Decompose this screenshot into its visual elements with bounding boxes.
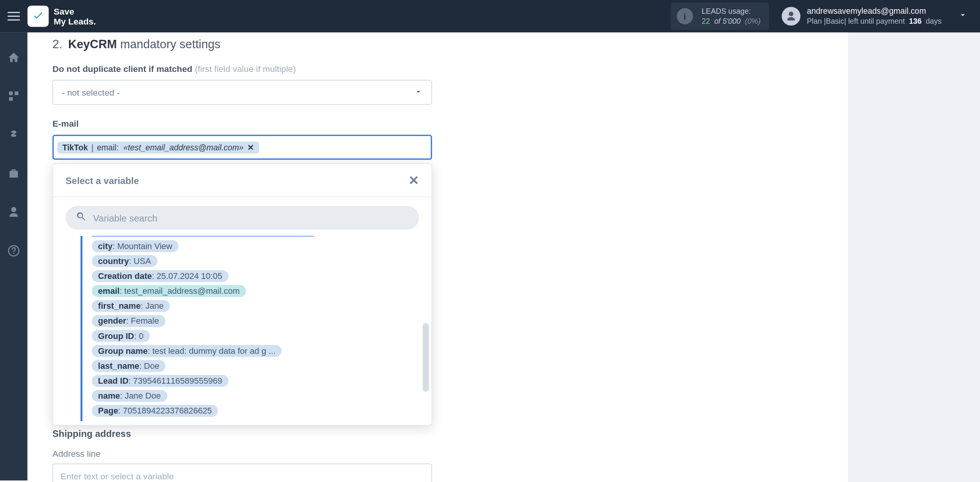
variable-option[interactable]: Group ID: 0: [92, 330, 150, 342]
close-icon[interactable]: ✕: [408, 173, 419, 188]
menu-toggle-button[interactable]: [6, 9, 21, 24]
variable-option[interactable]: name: Jane Doe: [92, 390, 167, 402]
chevron-down-icon[interactable]: [958, 10, 968, 23]
topbar: Save My Leads. i LEADS usage: 22 of 5'00…: [0, 0, 980, 33]
svg-rect-2: [9, 97, 13, 101]
variable-search-input[interactable]: [65, 206, 419, 230]
sidebar-help[interactable]: [0, 238, 28, 263]
avatar-icon: [782, 7, 800, 26]
logo-icon: [28, 6, 49, 27]
dedupe-value: - not selected -: [62, 87, 119, 97]
variable-option[interactable]: city: Mountain View: [92, 240, 179, 252]
sidebar-billing[interactable]: [0, 122, 28, 147]
sidebar-account[interactable]: [0, 200, 28, 225]
chip-remove-icon[interactable]: ✕: [247, 143, 254, 152]
variable-option[interactable]: Lead ID: 7395461116589555969: [92, 375, 229, 387]
variable-option[interactable]: last_name: Doe: [92, 360, 166, 372]
user-info: andrewsavemyleads@gmail.com Plan |Basic|…: [807, 6, 942, 26]
email-input[interactable]: TikTok | email: «test_email_address@mail…: [52, 135, 432, 160]
leads-usage-badge[interactable]: i LEADS usage: 22 of 5'000 (0%): [670, 2, 769, 30]
variable-option[interactable]: Page: 7051894223376826625: [92, 405, 218, 417]
settings-panel: 2. KeyCRM mandatory settings Do not dupl…: [28, 33, 848, 482]
address-line-input[interactable]: Enter text or select a variable: [52, 464, 432, 482]
search-icon: [75, 211, 87, 225]
usage-text: LEADS usage: 22 of 5'000 (0%): [702, 6, 761, 26]
section-heading: 2. KeyCRM mandatory settings: [52, 37, 823, 51]
variable-option[interactable]: country: USA: [92, 255, 157, 267]
svg-rect-0: [9, 91, 13, 95]
scrollbar-thumb[interactable]: [423, 323, 429, 392]
logo[interactable]: Save My Leads.: [28, 6, 96, 27]
variable-list: city: Mountain Viewcountry: USACreation …: [83, 236, 414, 420]
sidebar-home[interactable]: [0, 45, 28, 70]
variable-option[interactable]: gender: Female: [92, 315, 165, 327]
variable-option[interactable]: Group name: test lead: dummy data for ad…: [92, 345, 282, 357]
dropdown-title: Select a variable: [65, 175, 139, 186]
email-label: E-mail: [52, 119, 823, 129]
logo-text: Save My Leads.: [54, 6, 96, 26]
variable-option[interactable]: email: test_email_address@mail.com: [92, 285, 246, 297]
variable-dropdown: Select a variable ✕ city: Mount: [52, 163, 432, 425]
user-menu[interactable]: andrewsavemyleads@gmail.com Plan |Basic|…: [782, 6, 968, 26]
sidebar-briefcase[interactable]: [0, 161, 28, 186]
search-field[interactable]: [93, 212, 409, 223]
email-chip: TikTok | email: «test_email_address@mail…: [57, 141, 259, 153]
address-line-label: Address line: [52, 449, 432, 459]
shipping-heading: Shipping address: [52, 428, 432, 439]
variable-option[interactable]: first_name: Jane: [92, 300, 170, 312]
variable-option[interactable]: Creation date: 25.07.2024 10:05: [92, 270, 229, 282]
sidebar-integrations[interactable]: [0, 84, 28, 109]
dedupe-select[interactable]: - not selected -: [52, 80, 432, 105]
svg-rect-1: [15, 91, 19, 95]
sidebar: [0, 33, 28, 480]
info-icon: i: [677, 8, 693, 24]
dedupe-label: Do not duplicate client if matched (firs…: [52, 64, 823, 73]
chevron-down-icon: [414, 87, 423, 98]
